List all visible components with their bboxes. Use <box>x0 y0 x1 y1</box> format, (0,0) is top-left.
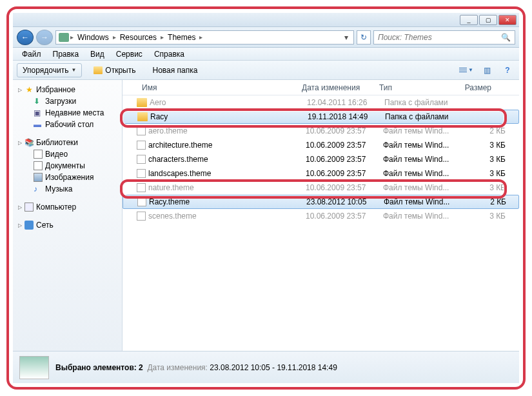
col-date[interactable]: Дата изменения <box>297 83 374 92</box>
file-type: Папка с файлами <box>385 112 469 121</box>
file-row[interactable]: scenes.theme10.06.2009 23:57Файл темы Wi… <box>123 209 519 223</box>
file-icon <box>137 212 146 221</box>
view-mode-button[interactable]: ▼ <box>458 64 474 77</box>
nav-forward-button[interactable]: → <box>36 30 53 45</box>
status-date-value: 23.08.2012 10:05 - 19.11.2018 14:49 <box>210 363 337 372</box>
file-row[interactable]: Racy19.11.2018 14:49Папка с файлами <box>123 110 519 124</box>
status-info: Выбрано элементов: 2 Дата изменения: 23.… <box>55 363 337 372</box>
collapse-icon: ▷ <box>18 204 22 210</box>
crumb-windows[interactable]: Windows <box>75 33 112 42</box>
sidebar-favorites: ▷ ★ Избранное ⬇Загрузки ▣Недавние места … <box>14 84 121 130</box>
crumb-resources[interactable]: Resources <box>117 33 159 42</box>
status-bar: Выбрано элементов: 2 Дата изменения: 23.… <box>13 351 519 383</box>
chevron-down-icon: ▼ <box>71 67 76 73</box>
file-size: 2 КБ <box>467 126 506 135</box>
organize-label: Упорядочить <box>23 66 68 75</box>
sidebar-item-desktop[interactable]: ▬Рабочий стол <box>14 119 121 130</box>
file-row[interactable]: nature.theme10.06.2009 23:57Файл темы Wi… <box>123 181 519 195</box>
file-row[interactable]: landscapes.theme10.06.2009 23:57Файл тем… <box>123 166 519 181</box>
computer-icon <box>59 33 69 42</box>
crumb-themes[interactable]: Themes <box>165 33 198 42</box>
col-name[interactable]: Имя <box>137 83 297 92</box>
file-row[interactable]: Racy.theme23.08.2012 10:05Файл темы Wind… <box>123 195 519 209</box>
menu-bar: Файл Правка Вид Сервис Справка <box>13 48 519 61</box>
chevron-right-icon: ▸ <box>70 34 74 41</box>
menu-help[interactable]: Справка <box>149 48 190 60</box>
sidebar-item-recent[interactable]: ▣Недавние места <box>14 107 121 119</box>
maximize-button[interactable]: ▢ <box>479 15 497 25</box>
file-type: Файл темы Wind... <box>384 197 468 206</box>
file-size: 3 КБ <box>467 141 506 150</box>
collapse-icon: ▷ <box>18 87 22 93</box>
search-input[interactable] <box>378 33 501 42</box>
folder-open-icon <box>94 66 103 74</box>
file-icon <box>137 126 146 135</box>
music-icon: ♪ <box>34 184 43 193</box>
col-size[interactable]: Размер <box>458 83 497 92</box>
file-row[interactable]: characters.theme10.06.2009 23:57Файл тем… <box>123 152 519 166</box>
search-icon: 🔍 <box>501 33 511 42</box>
file-date: 10.06.2009 23:57 <box>306 155 383 164</box>
sidebar-item-music[interactable]: ♪Музыка <box>14 183 121 195</box>
folder-icon <box>137 112 148 121</box>
file-name: aero.theme <box>148 126 306 135</box>
sidebar-libraries: ▷ 📚 Библиотеки Видео Документы Изображен… <box>14 137 121 195</box>
menu-edit[interactable]: Правка <box>48 48 84 60</box>
nav-back-button[interactable]: ← <box>17 30 34 45</box>
sidebar-item-computer[interactable]: ▷ Компьютер <box>14 201 121 213</box>
computer-icon <box>25 203 34 212</box>
preview-pane-button[interactable]: ▥ <box>479 64 495 77</box>
sidebar-item-network[interactable]: ▷ Сеть <box>14 219 121 231</box>
file-date: 19.11.2018 14:49 <box>308 112 385 121</box>
file-type: Файл темы Wind... <box>383 141 467 150</box>
address-bar[interactable]: ▸ Windows ▸ Resources ▸ Themes ▸ ▾ <box>55 30 354 45</box>
col-type[interactable]: Тип <box>374 83 458 92</box>
help-button[interactable]: ? <box>500 64 515 77</box>
file-icon <box>137 155 146 164</box>
new-folder-label: Новая папка <box>152 66 197 75</box>
folder-icon <box>137 98 147 107</box>
file-size: 3 КБ <box>467 169 506 178</box>
file-icon <box>137 197 146 206</box>
sidebar-network-group: ▷ Сеть <box>14 219 121 231</box>
file-icon <box>137 183 146 192</box>
sidebar-item-videos[interactable]: Видео <box>14 148 121 160</box>
new-folder-button[interactable]: Новая папка <box>147 64 202 77</box>
desktop-icon: ▬ <box>34 120 43 129</box>
file-row[interactable]: aero.theme10.06.2009 23:57Файл темы Wind… <box>123 124 519 138</box>
outer-highlight: _ ▢ ✕ ← → ▸ Windows ▸ Resources ▸ Themes… <box>6 6 526 390</box>
collapse-icon: ▷ <box>18 223 22 228</box>
menu-file[interactable]: Файл <box>17 48 46 60</box>
list-icon <box>459 68 467 72</box>
favorites-header[interactable]: ▷ ★ Избранное <box>14 84 121 95</box>
network-icon <box>25 221 34 230</box>
organize-button[interactable]: Упорядочить ▼ <box>17 63 82 77</box>
menu-tools[interactable]: Сервис <box>111 48 148 60</box>
close-button[interactable]: ✕ <box>498 15 517 25</box>
file-rows: Aero12.04.2011 16:26Папка с файламиRacy1… <box>123 95 519 351</box>
sidebar-item-downloads[interactable]: ⬇Загрузки <box>14 95 121 107</box>
refresh-button[interactable]: ↻ <box>357 30 371 45</box>
menu-view[interactable]: Вид <box>85 48 110 60</box>
explorer-window: _ ▢ ✕ ← → ▸ Windows ▸ Resources ▸ Themes… <box>13 13 519 383</box>
sidebar-item-pictures[interactable]: Изображения <box>14 172 121 183</box>
minimize-button[interactable]: _ <box>460 15 478 25</box>
collapse-icon: ▷ <box>18 140 22 146</box>
file-name: nature.theme <box>148 183 306 192</box>
file-size: 3 КБ <box>467 183 506 192</box>
libraries-header[interactable]: ▷ 📚 Библиотеки <box>14 137 121 148</box>
status-date-label: Дата изменения: <box>147 363 208 372</box>
file-row[interactable]: architecture.theme10.06.2009 23:57Файл т… <box>123 138 519 152</box>
address-dropdown-icon[interactable]: ▾ <box>342 33 351 42</box>
file-row[interactable]: Aero12.04.2011 16:26Папка с файлами <box>123 95 519 110</box>
toolbar: Упорядочить ▼ Открыть Новая папка ▼ ▥ ? <box>13 61 519 80</box>
open-button[interactable]: Открыть <box>88 64 141 77</box>
file-name: Racy <box>150 112 308 121</box>
file-date: 23.08.2012 10:05 <box>306 197 384 206</box>
library-icon: 📚 <box>25 138 34 147</box>
selection-thumbnail <box>19 356 49 379</box>
search-box[interactable]: 🔍 <box>373 30 515 45</box>
nav-bar: ← → ▸ Windows ▸ Resources ▸ Themes ▸ ▾ ↻… <box>13 27 519 48</box>
sidebar-item-documents[interactable]: Документы <box>14 160 121 172</box>
file-date: 12.04.2011 16:26 <box>307 98 384 107</box>
